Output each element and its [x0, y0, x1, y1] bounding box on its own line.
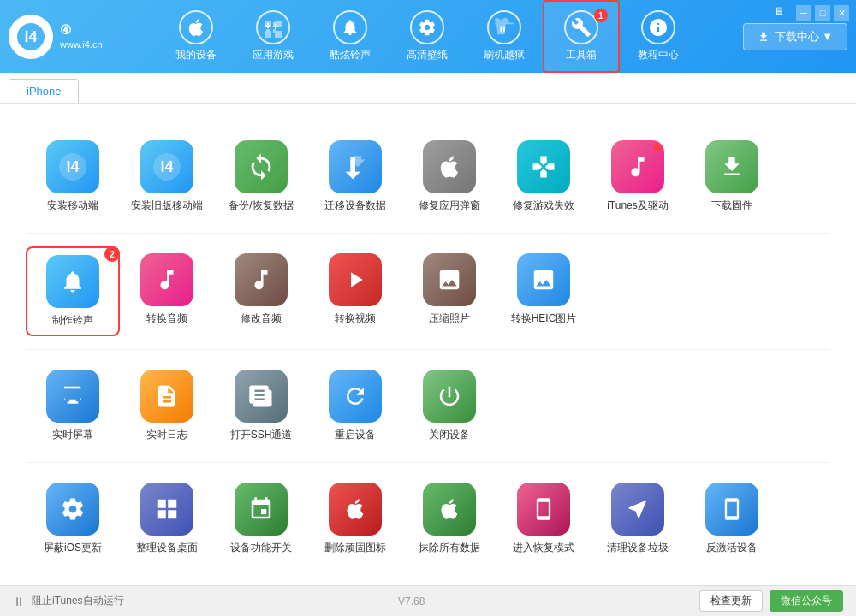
- tools-row-1: i4 安装移动端 i4 安装旧版移动端 备份/恢复数据: [26, 121, 830, 234]
- my-device-icon: [179, 10, 213, 44]
- reboot-device-icon: [329, 370, 382, 423]
- tool-clean-junk[interactable]: 清理设备垃圾: [591, 476, 685, 562]
- app-header: i4 ④ www.i4.cn 我的设备 应用游戏: [0, 0, 856, 73]
- wechat-button[interactable]: 微信公众号: [770, 590, 843, 612]
- realtime-log-label: 实时日志: [146, 428, 187, 442]
- tool-realtime-log[interactable]: 实时日志: [120, 363, 214, 449]
- tools-row-2: 制作铃声 2 转换音频 修改音频 转: [26, 234, 830, 350]
- device-features-icon: [235, 483, 288, 536]
- download-firmware-icon: [705, 140, 758, 193]
- logo-icon: i4: [9, 15, 53, 59]
- nav-apps-games[interactable]: 应用游戏: [235, 0, 312, 73]
- ssh-tunnel-icon: [235, 370, 288, 423]
- delete-stubborn-label: 删除顽固图标: [324, 541, 386, 555]
- nav-jailbreak[interactable]: 刷机越狱: [466, 0, 543, 73]
- tool-download-firmware[interactable]: 下载固件: [685, 133, 779, 220]
- tool-edit-audio[interactable]: 修改音频: [214, 246, 308, 336]
- shutdown-device-icon: [423, 370, 476, 423]
- minimize-button[interactable]: ─: [796, 5, 811, 21]
- footer-left: ⏸ 阻止iTunes自动运行: [13, 594, 124, 608]
- nav-tutorials[interactable]: 教程中心: [620, 0, 697, 73]
- tool-make-ringtone[interactable]: 制作铃声 2: [26, 246, 120, 336]
- ringtone-badge: 2: [104, 246, 120, 262]
- tool-convert-heic[interactable]: 转换HEIC图片: [496, 246, 591, 336]
- wipe-data-label: 抹除所有数据: [419, 541, 480, 555]
- brand-website: www.i4.cn: [60, 38, 103, 51]
- compress-photo-label: 压缩照片: [429, 311, 470, 326]
- realtime-screen-icon: [46, 370, 99, 423]
- svg-text:i4: i4: [160, 158, 173, 175]
- tool-install-old[interactable]: i4 安装旧版移动端: [120, 133, 214, 220]
- convert-audio-icon: [140, 253, 193, 306]
- brand-name: ④: [60, 21, 103, 38]
- reboot-device-label: 重启设备: [335, 428, 376, 442]
- tab-bar: iPhone: [0, 73, 856, 104]
- tool-migrate-data[interactable]: 迁移设备数据: [308, 133, 402, 220]
- tool-fix-app[interactable]: 修复应用弹窗: [402, 133, 496, 220]
- itunes-driver-icon: [611, 140, 664, 193]
- tool-realtime-screen[interactable]: 实时屏幕: [26, 363, 120, 449]
- nav-toolbox-label: 工具箱: [566, 48, 597, 62]
- ringtones-icon: [333, 10, 367, 44]
- nav-toolbox[interactable]: 工具箱 1: [543, 0, 620, 73]
- backup-restore-icon: [235, 140, 288, 193]
- ssh-tunnel-label: 打开SSH通道: [230, 428, 293, 442]
- tool-deactivate[interactable]: 反激活设备: [685, 476, 779, 562]
- nav-wallpapers[interactable]: 高清壁纸: [389, 0, 466, 73]
- tool-compress-photo[interactable]: 压缩照片: [402, 246, 496, 336]
- tool-itunes-driver[interactable]: iTunes及驱动: [591, 133, 685, 220]
- close-button[interactable]: ✕: [834, 5, 849, 21]
- realtime-screen-label: 实时屏幕: [52, 428, 93, 442]
- tab-iphone[interactable]: iPhone: [9, 79, 79, 103]
- wallpapers-icon: [410, 10, 444, 44]
- maximize-button[interactable]: □: [815, 5, 830, 21]
- nav-ringtones[interactable]: 酷炫铃声: [312, 0, 389, 73]
- tool-shutdown-device[interactable]: 关闭设备: [402, 363, 496, 449]
- realtime-log-icon: [140, 370, 193, 423]
- tool-recovery-mode[interactable]: 进入恢复模式: [496, 476, 591, 562]
- check-update-button[interactable]: 检查更新: [699, 590, 763, 612]
- tool-convert-video[interactable]: 转换视频: [308, 246, 402, 336]
- svg-text:i4: i4: [66, 158, 79, 175]
- download-firmware-label: 下载固件: [711, 198, 752, 213]
- toolbox-badge: 1: [594, 9, 608, 22]
- block-ios-update-icon: [46, 483, 99, 536]
- make-ringtone-label: 制作铃声: [52, 313, 93, 328]
- tool-device-features[interactable]: 设备功能开关: [214, 476, 308, 562]
- main-nav: 我的设备 应用游戏 酷炫铃声 高清壁纸: [120, 0, 734, 73]
- tool-backup-restore[interactable]: 备份/恢复数据: [214, 133, 308, 220]
- tool-install-app[interactable]: i4 安装移动端: [26, 133, 120, 220]
- tool-fix-game[interactable]: 修复游戏失效: [496, 133, 591, 220]
- tool-wipe-data[interactable]: 抹除所有数据: [402, 476, 496, 562]
- logo-area: i4 ④ www.i4.cn: [9, 15, 120, 59]
- itunes-dot: [654, 144, 661, 151]
- itunes-driver-label: iTunes及驱动: [607, 198, 669, 213]
- backup-restore-label: 备份/恢复数据: [229, 198, 293, 213]
- tools-row-3: 实时屏幕 实时日志 打开SSH通道 重启设备: [26, 350, 830, 463]
- clean-junk-label: 清理设备垃圾: [607, 541, 669, 555]
- download-center-button[interactable]: 下载中心 ▼: [743, 23, 847, 50]
- tool-reboot-device[interactable]: 重启设备: [308, 363, 402, 449]
- install-app-icon: i4: [46, 140, 99, 193]
- fix-game-icon: [517, 140, 570, 193]
- tool-organize-desktop[interactable]: 整理设备桌面: [120, 476, 214, 562]
- tool-block-ios-update[interactable]: 屏蔽iOS更新: [26, 476, 120, 562]
- recovery-mode-label: 进入恢复模式: [513, 541, 574, 555]
- organize-desktop-label: 整理设备桌面: [136, 541, 198, 555]
- convert-heic-icon: [517, 253, 570, 306]
- deactivate-label: 反激活设备: [706, 541, 758, 555]
- tutorials-icon: [641, 10, 675, 44]
- tool-ssh-tunnel[interactable]: 打开SSH通道: [214, 363, 308, 449]
- nav-apps-games-label: 应用游戏: [253, 48, 294, 62]
- nav-my-device[interactable]: 我的设备: [158, 0, 235, 73]
- fix-app-label: 修复应用弹窗: [419, 198, 480, 213]
- edit-audio-icon: [235, 253, 288, 306]
- device-features-label: 设备功能开关: [230, 541, 292, 555]
- tool-delete-stubborn[interactable]: 删除顽固图标: [308, 476, 402, 562]
- migrate-data-label: 迁移设备数据: [324, 198, 386, 213]
- toolbox-icon: [564, 10, 598, 44]
- block-ios-update-label: 屏蔽iOS更新: [44, 541, 102, 555]
- edit-audio-label: 修改音频: [241, 311, 282, 326]
- tool-convert-audio[interactable]: 转换音频: [120, 246, 214, 336]
- footer-version: V7.68: [398, 595, 425, 607]
